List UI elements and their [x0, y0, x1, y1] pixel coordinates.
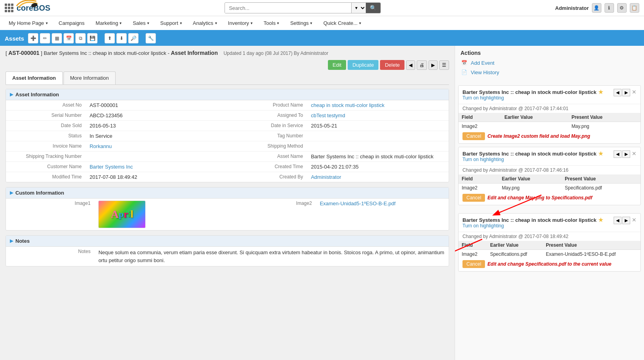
config-button[interactable]: 🔧	[146, 33, 156, 43]
user2-icon[interactable]: 📋	[630, 3, 639, 13]
chevron-down-icon: ▾	[251, 21, 253, 25]
cancel-button-2[interactable]: Cancel	[462, 194, 485, 202]
find-button[interactable]: 🔎	[128, 33, 139, 43]
company-name: Barter Systems Inc	[44, 50, 87, 56]
annotation-text-1: Create Image2 custom field and load May.…	[487, 133, 590, 139]
search-bar: ▾ 🔍	[225, 2, 381, 13]
add-event-link[interactable]: 📅 Add Event	[461, 59, 638, 66]
highlight-toggle-2[interactable]: Turn on highlighting	[462, 157, 603, 162]
custom-info-body: Image1 A p r i l Image2	[6, 199, 449, 230]
shipping-tracking-value	[86, 152, 227, 162]
next-history-button-2[interactable]: ▶	[622, 150, 630, 158]
assigned-to-link[interactable]: cbTest testymd	[311, 112, 345, 118]
tab-more-information[interactable]: More Information	[64, 71, 116, 84]
status-value: In Service	[86, 131, 227, 141]
nav-marketing[interactable]: Marketing ▾	[90, 16, 127, 30]
created-time-label: Created Time	[227, 162, 307, 172]
created-by-link[interactable]: Administrator	[311, 174, 341, 180]
nav-analytics[interactable]: Analytics ▾	[187, 16, 223, 30]
earlier-col-header: Earlier Value	[487, 241, 543, 250]
save-button[interactable]: 💾	[87, 33, 97, 43]
nav-sales[interactable]: Sales ▾	[127, 16, 155, 30]
close-history-1-button[interactable]: ✕	[632, 89, 637, 95]
module-title: Assets	[5, 35, 24, 42]
print-button[interactable]: 🖨	[417, 60, 427, 70]
earlier-cell: May.png	[499, 184, 562, 193]
next-record-button[interactable]: ▶	[429, 60, 438, 70]
record-id: AST-000001	[8, 50, 39, 56]
list-view-button[interactable]: ▦	[52, 33, 62, 43]
import-button[interactable]: ⬇	[116, 33, 127, 43]
tab-asset-information[interactable]: Asset Information	[6, 71, 63, 84]
nav-settings[interactable]: Settings ▾	[285, 16, 318, 30]
grid-icon[interactable]	[5, 4, 13, 12]
highlight-toggle-3[interactable]: Turn on highlighting	[462, 223, 603, 229]
chevron-down-icon: ▾	[215, 21, 217, 25]
nav-quick-create[interactable]: Quick Create... ▾	[318, 16, 367, 30]
asset-no-label: Asset No	[6, 100, 86, 111]
cancel-button-1[interactable]: Cancel	[462, 132, 485, 140]
duplicate-button[interactable]: Duplicate	[348, 60, 378, 70]
highlight-toggle-1[interactable]: Turn on highlighting	[462, 95, 603, 101]
cancel-button-3[interactable]: Cancel	[462, 260, 485, 268]
list-records-button[interactable]: ☰	[439, 60, 449, 70]
calendar-button[interactable]: 📅	[64, 33, 74, 43]
invoice-name-link[interactable]: Rorkannu	[90, 143, 112, 149]
page-header: Assets ➕ ✏ ▦ 📅 ⧉ 💾 ⬆ ⬇ 🔎 🔧	[0, 31, 644, 46]
nav-support[interactable]: Support ▾	[155, 16, 187, 30]
export-button[interactable]: ⬆	[105, 33, 115, 43]
present-cell: Specifications.pdf	[562, 184, 640, 193]
product-name-link[interactable]: cheap in stock muti-color lipstick	[311, 102, 384, 108]
history-card-1-actions: Cancel Create Image2 custom field and lo…	[459, 131, 640, 143]
search-button[interactable]: 🔍	[366, 3, 380, 13]
prev-history-button-3[interactable]: ◀	[614, 217, 622, 224]
top-bar: coreBOS ▾ 🔍 Administrator 👤 ℹ ⚙ 📋	[0, 0, 644, 16]
present-col-header: Present Value	[568, 113, 640, 122]
next-history-button-1[interactable]: ▶	[622, 89, 630, 96]
prev-history-button-1[interactable]: ◀	[614, 89, 622, 96]
info-icon[interactable]: ℹ	[605, 3, 614, 13]
annotation-text-2: Edit and change May.png to Specification…	[487, 195, 592, 201]
table-row: Image1 A p r i l Image2	[6, 199, 449, 230]
view-history-link[interactable]: 📄 View History	[461, 69, 638, 76]
present-cell: Examen-Unidad5-1ºESO-B-E.pdf	[543, 250, 640, 259]
notes-body: Notes Neque solum ea communia, verum eti…	[6, 247, 449, 266]
history-row: Image2 May.png Specifications.pdf	[459, 184, 640, 193]
settings-icon[interactable]: ⚙	[617, 3, 627, 13]
history-table-header: Field Earlier Value Present Value	[459, 174, 640, 184]
add-record-button[interactable]: ➕	[28, 33, 38, 43]
search-input[interactable]	[225, 3, 351, 13]
top-right: Administrator 👤 ℹ ⚙ 📋	[555, 3, 639, 13]
nav-tools[interactable]: Tools ▾	[258, 16, 285, 30]
prev-record-button[interactable]: ◀	[406, 60, 415, 70]
assigned-to-label: Assigned To	[227, 111, 307, 121]
history-nav-3: ◀ ▶	[614, 217, 630, 224]
updated-text: Updated 1 day ago (08 Jul 2017) By Admin…	[223, 51, 328, 56]
nav-campaigns[interactable]: Campaigns	[53, 16, 90, 30]
close-history-3-button[interactable]: ✕	[632, 217, 637, 223]
search-category-select[interactable]: ▾	[351, 3, 366, 13]
present-cell: May.png	[568, 122, 640, 131]
swoosh-icon	[15, 0, 38, 10]
person-icon[interactable]: 👤	[592, 3, 601, 13]
image2-link[interactable]: Examen-Unidad5-1ºESO-B-E.pdf	[320, 201, 395, 206]
shipping-tracking-label: Shipping Tracking Number	[6, 152, 86, 162]
prev-history-button-2[interactable]: ◀	[614, 150, 622, 158]
close-history-2-button[interactable]: ✕	[632, 150, 637, 157]
image1-label: Image1	[6, 199, 94, 230]
table-row: Modified Time 2017-07-08 18:49:42 Create…	[6, 172, 449, 182]
chevron-down-icon: ▾	[147, 21, 149, 25]
duplicate-button[interactable]: ⧉	[75, 33, 86, 43]
created-time-value: 2015-04-20 21:07:35	[307, 162, 449, 172]
customer-name-link[interactable]: Barter Systems Inc	[90, 164, 133, 170]
nav-inventory[interactable]: Inventory ▾	[223, 16, 258, 30]
nav-home[interactable]: My Home Page ▾	[3, 16, 53, 30]
next-history-button-3[interactable]: ▶	[622, 217, 630, 224]
edit-record-button[interactable]: ✏	[40, 33, 50, 43]
delete-button[interactable]: Delete	[380, 60, 404, 70]
edit-button[interactable]: Edit	[328, 60, 346, 70]
history-table-header: Field Earlier Value Present Value	[459, 241, 640, 250]
field-cell: Image2	[459, 122, 501, 131]
star-icon: ★	[598, 217, 603, 223]
product-name-label: Product Name	[227, 100, 307, 111]
